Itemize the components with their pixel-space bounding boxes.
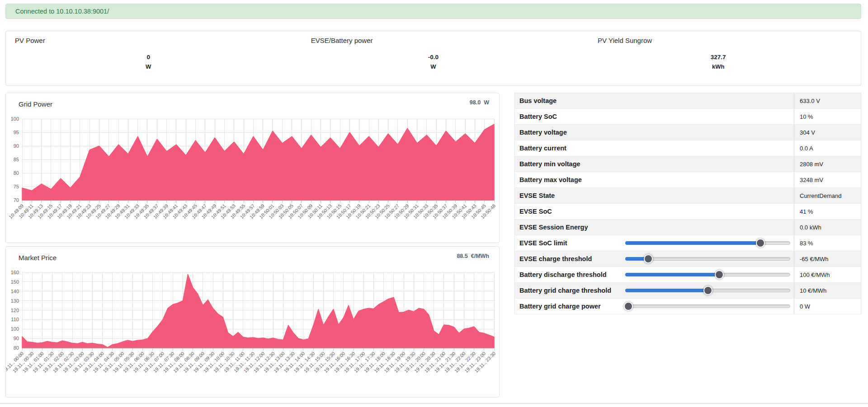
svg-text:95: 95 <box>14 130 19 135</box>
row-label-cell: Battery grid charge power <box>515 299 794 314</box>
row-label: Battery SoC <box>519 113 557 120</box>
table-row: EVSE Session Energy0.0 kWh <box>515 220 861 235</box>
row-label-cell: EVSE Session Energy <box>515 220 794 235</box>
slider-thumb[interactable] <box>624 302 633 311</box>
row-value: 0 W <box>794 299 861 314</box>
row-value: 10 % <box>794 109 861 124</box>
row-label-cell: Battery discharge threshold <box>515 267 794 282</box>
row-label: EVSE charge threshold <box>519 255 592 262</box>
grid-power-current-value: 98.0W <box>470 99 489 106</box>
svg-text:85: 85 <box>14 157 19 162</box>
table-row: Battery min voltage2808 mV <box>515 156 861 172</box>
row-label-cell: Battery SoC <box>515 109 794 124</box>
svg-text:75: 75 <box>14 184 19 189</box>
evse-soc-limit-slider[interactable] <box>625 239 790 248</box>
row-label-cell: EVSE State <box>515 188 794 203</box>
stats-values-row: 0 W -0.0 W 327.7 kWh <box>6 54 861 70</box>
row-label-cell: EVSE SoC limit <box>515 235 794 251</box>
svg-text:160: 160 <box>11 270 19 275</box>
stats-titles-row: PV Power EVSE/Battery power PV Yield Sun… <box>6 37 861 47</box>
row-label-cell: Battery min voltage <box>515 156 794 172</box>
row-label-cell: Battery voltage <box>515 125 794 140</box>
row-label: EVSE Session Energy <box>519 224 588 231</box>
row-label: Battery grid charge power <box>519 303 601 310</box>
table-row: Battery SoC10 % <box>515 109 861 125</box>
row-label: Battery min voltage <box>519 160 580 168</box>
stat-evse-battery-power-unit: W <box>291 63 576 70</box>
table-row: Battery max voltage3248 mV <box>515 172 861 188</box>
stat-pv-yield-sungrow-unit: kWh <box>576 63 861 70</box>
table-row: EVSE StateCurrentDemand <box>515 188 861 204</box>
table-row: Battery discharge threshold100 €/MWh <box>515 267 861 283</box>
row-label-cell: Battery current <box>515 140 794 156</box>
slider-fill <box>625 289 708 292</box>
row-label: Battery discharge threshold <box>519 271 607 278</box>
slider-thumb[interactable] <box>644 254 653 263</box>
market-price-chart-card: Market Price 88.5€/MWh 80901001101201301… <box>5 246 500 398</box>
table-row: Bus voltage633.0 V <box>515 93 861 109</box>
charts-column: Grid Power 98.0W 70758085909510010:49:09… <box>5 93 500 398</box>
stat-title-pv-yield-sungrow: PV Yield Sungrow <box>598 37 652 44</box>
connection-status-text: Connected to 10.10.10.38:9001/ <box>15 8 109 15</box>
svg-text:80: 80 <box>14 170 19 176</box>
svg-text:150: 150 <box>11 279 19 285</box>
stats-card: PV Power EVSE/Battery power PV Yield Sun… <box>5 31 861 86</box>
svg-text:110: 110 <box>11 317 19 322</box>
stat-pv-power: 0 W <box>6 54 291 70</box>
table-row: EVSE SoC limit83 % <box>515 235 861 251</box>
market-price-chart-title: Market Price <box>19 254 57 262</box>
battery-discharge-threshold-slider[interactable] <box>625 270 790 279</box>
row-value: 3248 mV <box>794 172 861 187</box>
stat-evse-battery-power-value: -0.0 <box>291 54 576 61</box>
row-label: EVSE SoC <box>519 208 552 215</box>
slider-thumb[interactable] <box>756 239 765 248</box>
row-label-cell: Battery grid charge threshold <box>515 283 794 298</box>
row-label: Battery voltage <box>519 129 567 136</box>
svg-text:100: 100 <box>11 116 19 122</box>
row-value: 0.0 kWh <box>794 220 861 235</box>
svg-text:80: 80 <box>14 345 19 351</box>
row-label: Battery grid charge threshold <box>519 287 611 294</box>
row-label: EVSE State <box>519 192 555 199</box>
stat-title-pv-power: PV Power <box>15 37 45 44</box>
slider-fill <box>625 273 719 276</box>
stat-pv-yield-sungrow: 327.7 kWh <box>576 54 861 70</box>
market-price-chart-header: Market Price 88.5€/MWh <box>6 247 499 265</box>
stat-pv-power-unit: W <box>6 63 291 70</box>
row-label-cell: EVSE charge threshold <box>515 251 794 267</box>
row-label-cell: Bus voltage <box>515 93 794 108</box>
grid-power-chart: 70758085909510010:49:0910:49:1110:49:131… <box>6 111 498 225</box>
table-row: EVSE SoC41 % <box>515 204 861 220</box>
slider-thumb[interactable] <box>703 286 712 295</box>
grid-power-chart-card: Grid Power 98.0W 70758085909510010:49:09… <box>5 93 500 243</box>
svg-text:90: 90 <box>14 143 19 149</box>
connection-status-banner: Connected to 10.10.10.38:9001/ <box>5 4 861 19</box>
bottom-divider <box>0 403 868 404</box>
grid-power-chart-title: Grid Power <box>19 100 52 108</box>
row-label-cell: EVSE SoC <box>515 204 794 219</box>
row-label: Bus voltage <box>519 97 557 104</box>
stat-title-evse-battery-power: EVSE/Battery power <box>311 37 373 44</box>
table-row: Battery grid charge power0 W <box>515 299 861 314</box>
row-label: EVSE SoC limit <box>519 239 567 247</box>
row-value: CurrentDemand <box>794 188 861 203</box>
row-value: 0.0 A <box>794 140 861 156</box>
market-price-current-value: 88.5€/MWh <box>457 253 489 259</box>
row-value: 2808 mV <box>794 156 861 172</box>
battery-grid-charge-power-slider[interactable] <box>625 302 790 311</box>
slider-fill <box>625 241 760 245</box>
row-value: 100 €/MWh <box>794 267 861 282</box>
table-row: Battery voltage304 V <box>515 125 861 140</box>
row-label: Battery current <box>519 145 566 152</box>
row-label: Battery max voltage <box>519 176 582 183</box>
slider-thumb[interactable] <box>715 270 724 279</box>
evse-charge-threshold-slider[interactable] <box>625 254 790 263</box>
row-label-cell: Battery max voltage <box>515 172 794 187</box>
svg-text:120: 120 <box>11 308 19 313</box>
grid-power-chart-header: Grid Power 98.0W <box>6 93 499 111</box>
slider-track[interactable] <box>625 304 790 308</box>
stat-pv-power-value: 0 <box>6 54 291 61</box>
row-value: 41 % <box>794 204 861 219</box>
battery-grid-charge-threshold-slider[interactable] <box>625 286 790 295</box>
market-price-chart: 809010011012013014015016019.11., 00:0019… <box>6 265 498 386</box>
